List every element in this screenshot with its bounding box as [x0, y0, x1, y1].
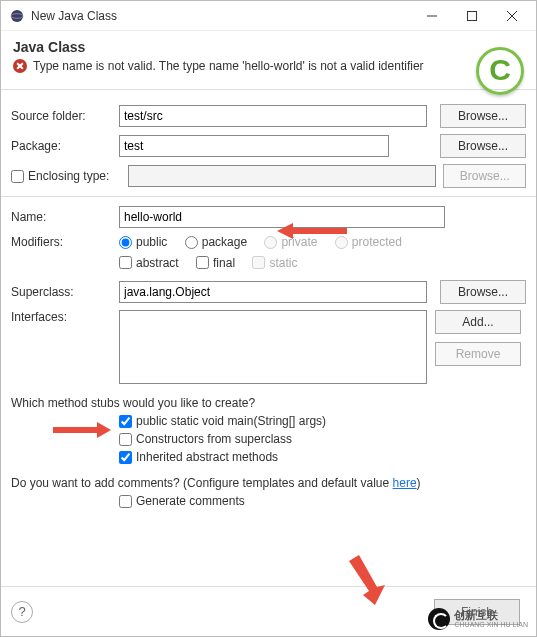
source-folder-browse-button[interactable]: Browse... — [440, 104, 526, 128]
stub-constructors-checkbox[interactable]: Constructors from superclass — [119, 432, 526, 446]
interfaces-label: Interfaces: — [11, 310, 119, 324]
stub-inherited-checkbox[interactable]: Inherited abstract methods — [119, 450, 526, 464]
package-label: Package: — [11, 139, 119, 153]
interfaces-remove-button: Remove — [435, 342, 521, 366]
name-input[interactable] — [119, 206, 445, 228]
class-wizard-icon: C — [476, 47, 524, 95]
error-icon — [13, 59, 27, 73]
titlebar: New Java Class — [1, 1, 536, 31]
svg-rect-3 — [468, 11, 477, 20]
finish-button[interactable]: Finish — [434, 599, 520, 625]
comments-question: Do you want to add comments? (Configure … — [11, 476, 526, 490]
close-button[interactable] — [492, 2, 532, 30]
modifier-protected-radio: protected — [335, 235, 402, 249]
eclipse-app-icon — [9, 8, 25, 24]
enclosing-type-browse-button: Browse... — [443, 164, 526, 188]
enclosing-type-checkbox[interactable]: Enclosing type: — [11, 169, 114, 183]
interfaces-list[interactable] — [119, 310, 427, 384]
svg-point-0 — [11, 10, 23, 22]
superclass-input[interactable] — [119, 281, 427, 303]
enclosing-type-input — [128, 165, 436, 187]
source-folder-input[interactable] — [119, 105, 427, 127]
maximize-button[interactable] — [452, 2, 492, 30]
superclass-browse-button[interactable]: Browse... — [440, 280, 526, 304]
footer: ? Finish — [1, 586, 536, 636]
wizard-header: Java Class Type name is not valid. The t… — [1, 31, 536, 90]
modifiers-label: Modifiers: — [11, 235, 119, 249]
modifier-static-checkbox: static — [252, 256, 297, 270]
superclass-label: Superclass: — [11, 285, 119, 299]
modifier-package-radio[interactable]: package — [185, 235, 247, 249]
error-message: Type name is not valid. The type name 'h… — [33, 59, 424, 73]
stub-main-checkbox[interactable]: public static void main(String[] args) — [119, 414, 526, 428]
minimize-button[interactable] — [412, 2, 452, 30]
modifier-public-radio[interactable]: public — [119, 235, 167, 249]
form-area: Source folder: Browse... Package: Browse… — [1, 90, 536, 514]
help-button[interactable]: ? — [11, 601, 33, 623]
modifier-final-checkbox[interactable]: final — [196, 256, 235, 270]
modifier-private-radio: private — [264, 235, 317, 249]
method-stubs-question: Which method stubs would you like to cre… — [11, 396, 526, 410]
generate-comments-checkbox[interactable]: Generate comments — [119, 494, 526, 508]
source-folder-label: Source folder: — [11, 109, 119, 123]
interfaces-add-button[interactable]: Add... — [435, 310, 521, 334]
name-label: Name: — [11, 210, 119, 224]
page-title: Java Class — [13, 39, 524, 55]
configure-templates-link[interactable]: here — [393, 476, 417, 490]
modifier-abstract-checkbox[interactable]: abstract — [119, 256, 179, 270]
package-input[interactable] — [119, 135, 389, 157]
window-title: New Java Class — [31, 9, 412, 23]
package-browse-button[interactable]: Browse... — [440, 134, 526, 158]
